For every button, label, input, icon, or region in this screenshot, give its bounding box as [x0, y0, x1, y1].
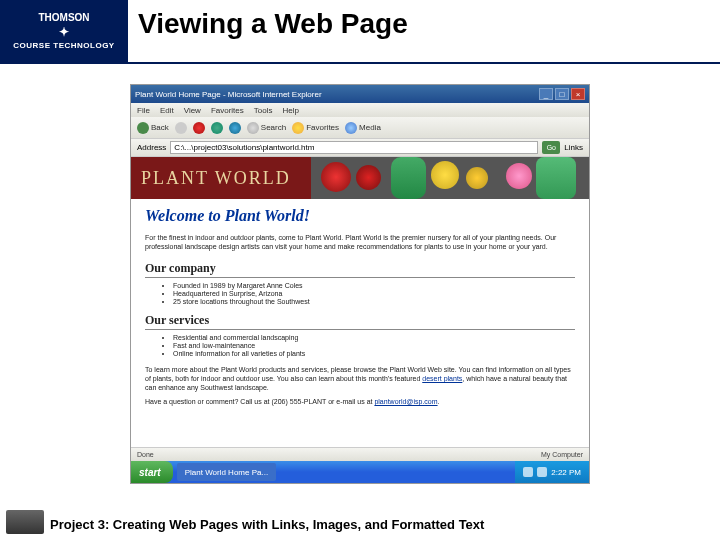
menu-bar: File Edit View Favorites Tools Help	[131, 103, 589, 117]
refresh-button[interactable]	[211, 122, 223, 134]
browser-window: Plant World Home Page - Microsoft Intern…	[130, 84, 590, 484]
tray-icon[interactable]	[537, 467, 547, 477]
menu-edit[interactable]: Edit	[160, 106, 174, 115]
forward-icon	[175, 122, 187, 134]
status-text: Done	[137, 451, 154, 458]
logo-bottom-text: COURSE TECHNOLOGY	[13, 41, 114, 50]
thomson-logo: THOMSON ✦ COURSE TECHNOLOGY	[0, 0, 128, 62]
menu-file[interactable]: File	[137, 106, 150, 115]
search-button[interactable]: Search	[247, 122, 286, 134]
menu-favorites[interactable]: Favorites	[211, 106, 244, 115]
search-icon	[247, 122, 259, 134]
services-heading: Our services	[145, 313, 575, 330]
address-bar: Address C:\...\project03\solutions\plant…	[131, 139, 589, 157]
links-label[interactable]: Links	[564, 143, 583, 152]
services-list: Residential and commercial landscaping F…	[173, 334, 575, 357]
list-item: Fast and low-maintenance	[173, 342, 575, 349]
back-button[interactable]: Back	[137, 122, 169, 134]
status-zone: My Computer	[541, 451, 583, 458]
list-item: 25 store locations throughout the Southw…	[173, 298, 575, 305]
footer-text: Project 3: Creating Web Pages with Links…	[50, 517, 710, 532]
menu-view[interactable]: View	[184, 106, 201, 115]
home-button[interactable]	[229, 122, 241, 134]
taskbar-item[interactable]: Plant World Home Pa...	[177, 463, 276, 481]
welcome-heading: Welcome to Plant World!	[145, 207, 575, 225]
list-item: Online information for all varieties of …	[173, 350, 575, 357]
list-item: Headquartered in Surprise, Arizona	[173, 290, 575, 297]
star-icon: ✦	[59, 25, 69, 39]
menu-tools[interactable]: Tools	[254, 106, 273, 115]
contact-line: Have a question or comment? Call us at (…	[145, 398, 575, 405]
media-button[interactable]: Media	[345, 122, 381, 134]
minimize-button[interactable]: _	[539, 88, 553, 100]
home-icon	[229, 122, 241, 134]
more-info-paragraph: To learn more about the Plant World prod…	[145, 365, 575, 392]
taskbar: start Plant World Home Pa... 2:22 PM	[131, 461, 589, 483]
tray-icon[interactable]	[523, 467, 533, 477]
refresh-icon	[211, 122, 223, 134]
list-item: Founded in 1989 by Margaret Anne Coles	[173, 282, 575, 289]
back-icon	[137, 122, 149, 134]
window-titlebar[interactable]: Plant World Home Page - Microsoft Intern…	[131, 85, 589, 103]
banner-title: PLANT WORLD	[131, 157, 311, 199]
banner: PLANT WORLD	[131, 157, 589, 199]
media-icon	[345, 122, 357, 134]
menu-help[interactable]: Help	[282, 106, 298, 115]
close-button[interactable]: ×	[571, 88, 585, 100]
list-item: Residential and commercial landscaping	[173, 334, 575, 341]
window-title: Plant World Home Page - Microsoft Intern…	[135, 90, 539, 99]
toolbar: Back Search Favorites Media	[131, 117, 589, 139]
company-heading: Our company	[145, 261, 575, 278]
intro-paragraph: For the finest in indoor and outdoor pla…	[145, 233, 575, 251]
clock: 2:22 PM	[551, 468, 581, 477]
page-viewport[interactable]: PLANT WORLD Welcome to Plant World! For …	[131, 157, 589, 447]
star-icon	[292, 122, 304, 134]
logo-top-text: THOMSON	[38, 12, 89, 23]
address-label: Address	[137, 143, 166, 152]
series-logo	[6, 510, 44, 534]
start-button[interactable]: start	[131, 461, 173, 483]
banner-image	[311, 157, 589, 199]
favorites-button[interactable]: Favorites	[292, 122, 339, 134]
company-list: Founded in 1989 by Margaret Anne Coles H…	[173, 282, 575, 305]
maximize-button[interactable]: □	[555, 88, 569, 100]
desert-plants-link[interactable]: desert plants	[422, 375, 462, 382]
email-link[interactable]: plantworld@isp.com	[374, 398, 437, 405]
stop-button[interactable]	[193, 122, 205, 134]
go-button[interactable]: Go	[542, 141, 560, 154]
stop-icon	[193, 122, 205, 134]
status-bar: Done My Computer	[131, 447, 589, 461]
address-input[interactable]: C:\...\project03\solutions\plantworld.ht…	[170, 141, 538, 154]
slide-title: Viewing a Web Page	[128, 0, 720, 62]
forward-button[interactable]	[175, 122, 187, 134]
system-tray[interactable]: 2:22 PM	[515, 461, 589, 483]
